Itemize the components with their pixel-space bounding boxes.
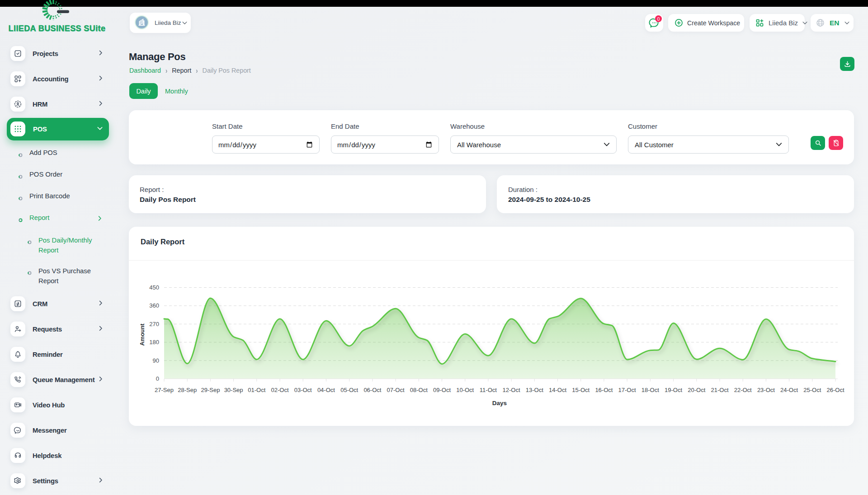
svg-text:07-Oct: 07-Oct <box>387 387 405 393</box>
svg-text:17-Oct: 17-Oct <box>618 387 636 393</box>
svg-text:12-Oct: 12-Oct <box>503 387 520 393</box>
svg-text:18-Oct: 18-Oct <box>642 387 659 393</box>
svg-text:22-Oct: 22-Oct <box>734 387 752 393</box>
svg-text:13-Oct: 13-Oct <box>526 387 543 393</box>
svg-text:08-Oct: 08-Oct <box>410 387 428 393</box>
svg-text:450: 450 <box>149 284 159 291</box>
svg-text:26-Oct: 26-Oct <box>826 387 844 393</box>
svg-text:09-Oct: 09-Oct <box>433 387 451 393</box>
svg-text:24-Oct: 24-Oct <box>780 387 798 393</box>
svg-text:23-Oct: 23-Oct <box>757 387 775 393</box>
svg-text:28-Sep: 28-Sep <box>178 387 197 393</box>
svg-text:04-Oct: 04-Oct <box>317 387 335 393</box>
svg-text:11-Oct: 11-Oct <box>480 387 497 393</box>
svg-text:30-Sep: 30-Sep <box>224 387 243 393</box>
svg-text:19-Oct: 19-Oct <box>665 387 682 393</box>
svg-text:27-Sep: 27-Sep <box>155 387 174 393</box>
svg-text:06-Oct: 06-Oct <box>363 387 381 393</box>
svg-text:14-Oct: 14-Oct <box>549 387 566 393</box>
svg-text:180: 180 <box>149 339 159 346</box>
svg-text:03-Oct: 03-Oct <box>294 387 312 393</box>
svg-text:360: 360 <box>149 302 159 309</box>
svg-text:15-Oct: 15-Oct <box>572 387 590 393</box>
svg-text:29-Sep: 29-Sep <box>201 387 220 393</box>
svg-text:05-Oct: 05-Oct <box>340 387 358 393</box>
svg-text:01-Oct: 01-Oct <box>248 387 265 393</box>
svg-text:Days: Days <box>492 400 507 406</box>
svg-text:0: 0 <box>156 375 159 382</box>
svg-text:02-Oct: 02-Oct <box>271 387 288 393</box>
svg-text:10-Oct: 10-Oct <box>456 387 474 393</box>
svg-text:270: 270 <box>149 321 159 327</box>
svg-text:Amount: Amount <box>139 323 146 346</box>
svg-text:25-Oct: 25-Oct <box>803 387 821 393</box>
svg-text:21-Oct: 21-Oct <box>711 387 728 393</box>
svg-text:20-Oct: 20-Oct <box>688 387 705 393</box>
svg-text:16-Oct: 16-Oct <box>595 387 613 393</box>
svg-text:90: 90 <box>153 357 159 364</box>
